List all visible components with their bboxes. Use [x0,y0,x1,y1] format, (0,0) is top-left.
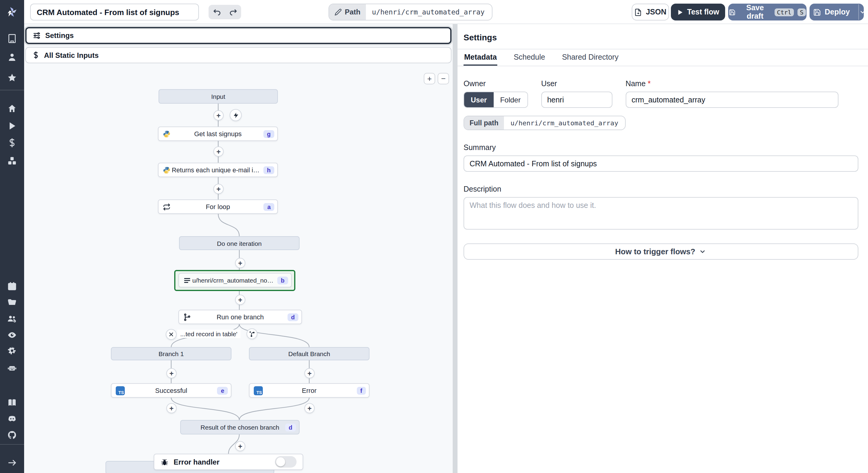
github-icon[interactable] [7,430,17,440]
zoom-in-button[interactable]: + [424,73,435,84]
node-get-last-signups[interactable]: Get last signups g [158,127,278,141]
add-step-button[interactable]: + [235,258,245,268]
add-step-button[interactable]: + [235,441,245,451]
required-asterisk: * [648,80,651,88]
step-id-badge: g [264,130,274,138]
description-textarea[interactable] [464,197,858,229]
add-branch-icon[interactable] [247,328,257,339]
repeat-icon [163,203,170,211]
add-step-button[interactable]: + [213,147,224,157]
discord-icon[interactable] [7,414,17,423]
owner-label: Owner [464,80,528,88]
flow-path-value: u/henri/crm_automated_array [366,4,492,20]
owner-option-folder[interactable]: Folder [493,92,527,107]
undo-button[interactable] [209,5,225,19]
redo-button[interactable] [225,5,241,19]
node-result-chosen-branch[interactable]: Result of the chosen branch d [180,420,300,435]
star-icon[interactable] [7,73,17,83]
branch-condition-label: ...ted record in table' [177,329,241,338]
node-input[interactable]: Input [158,89,278,104]
trigger-bolt-icon[interactable] [230,109,242,121]
name-input[interactable] [625,92,838,108]
step-id-badge: b [277,276,288,284]
error-handler-toggle[interactable] [275,456,297,468]
add-step-button[interactable]: + [304,403,315,413]
deploy-dropdown-button[interactable] [858,4,866,20]
owner-field-group: Owner User Folder [464,80,528,108]
workers-robot-icon[interactable] [7,363,17,373]
save-draft-button[interactable]: Save draft CtrlS [728,4,807,21]
deploy-button[interactable]: Deploy [809,4,864,21]
flow-path-control[interactable]: Path u/henri/crm_automated_array [329,4,493,21]
add-step-button[interactable]: + [304,368,315,378]
add-step-button[interactable]: + [235,295,245,305]
description-field-group: Description [464,185,858,232]
rail-divider [0,90,24,90]
path-label-segment: Path [329,4,366,20]
flow-canvas[interactable]: + − Input + Get last signups g + Returns… [24,66,453,473]
home-icon[interactable] [7,104,17,113]
schedules-calendar-icon[interactable] [7,281,17,291]
left-nav-rail [0,0,24,473]
typescript-icon: TS [254,386,263,395]
expand-arrow-right-icon[interactable] [7,458,17,468]
step-id-badge: a [264,203,274,211]
flow-settings-button[interactable]: Settings [25,27,452,44]
save-icon [813,8,821,16]
tab-metadata[interactable]: Metadata [464,50,497,66]
building-icon[interactable] [7,34,17,43]
file-export-icon [634,8,642,16]
groups-users-gear-icon[interactable] [7,314,17,323]
add-step-button[interactable]: + [166,368,177,378]
user-icon[interactable] [7,53,17,62]
node-subflow[interactable]: u/henri/crm_automated_no_human b [179,273,292,287]
test-flow-button[interactable]: Test flow [671,4,725,21]
node-successful[interactable]: TS Successful e [111,383,231,398]
docs-book-icon[interactable] [7,398,17,407]
flow-summary-input[interactable] [30,4,199,21]
all-static-inputs-button[interactable]: All Static Inputs [25,47,452,63]
node-for-loop[interactable]: For loop a [158,199,278,214]
runs-play-icon[interactable] [7,121,17,131]
python-icon [163,166,170,174]
resources-cubes-icon[interactable] [7,156,17,166]
variables-dollar-icon[interactable] [7,138,17,148]
settings-gear-icon[interactable] [7,346,17,355]
kbd-ctrl: Ctrl [775,8,794,16]
node-unique-emails[interactable]: Returns each unique e-mail in an array h [158,163,278,177]
node-error[interactable]: TS Error f [249,383,370,398]
error-handler-card[interactable]: Error handler [154,454,303,470]
tab-schedule[interactable]: Schedule [513,50,546,66]
menu-lines-icon [183,276,191,284]
name-field-group: Name * [625,80,838,108]
owner-toggle: User Folder [464,92,528,108]
zoom-out-button[interactable]: − [438,73,449,84]
windmill-logo-icon[interactable] [0,0,24,24]
remove-branch-icon[interactable] [166,329,177,340]
node-branch-1[interactable]: Branch 1 [111,347,231,360]
node-do-one-iteration[interactable]: Do one iteration [179,236,300,250]
full-path-label: Full path [464,116,504,130]
user-input[interactable] [541,92,612,108]
owner-option-user[interactable]: User [464,92,493,107]
panel-splitter[interactable] [453,24,458,473]
summary-input[interactable] [464,155,858,172]
audit-eye-icon[interactable] [7,330,17,340]
node-default-branch[interactable]: Default Branch [249,347,370,360]
tab-shared-directory[interactable]: Shared Directory [561,50,619,66]
add-step-button[interactable]: + [166,403,177,413]
node-run-one-branch[interactable]: Run one branch d [179,310,302,324]
user-label: User [541,80,612,88]
json-button[interactable]: JSON [632,4,669,21]
full-path-display[interactable]: Full path u/henri/crm_automated_array [464,116,625,130]
python-icon [163,130,170,138]
add-step-button[interactable]: + [213,110,224,121]
folders-icon[interactable] [7,298,17,307]
deploy-main[interactable]: Deploy [807,4,855,20]
user-field-group: User [541,80,612,108]
name-label: Name * [625,80,838,88]
how-to-trigger-flows-button[interactable]: How to trigger flows? [464,244,858,260]
typescript-icon: TS [116,386,125,395]
add-step-button[interactable]: + [213,184,224,194]
step-id-badge: d [285,423,296,431]
